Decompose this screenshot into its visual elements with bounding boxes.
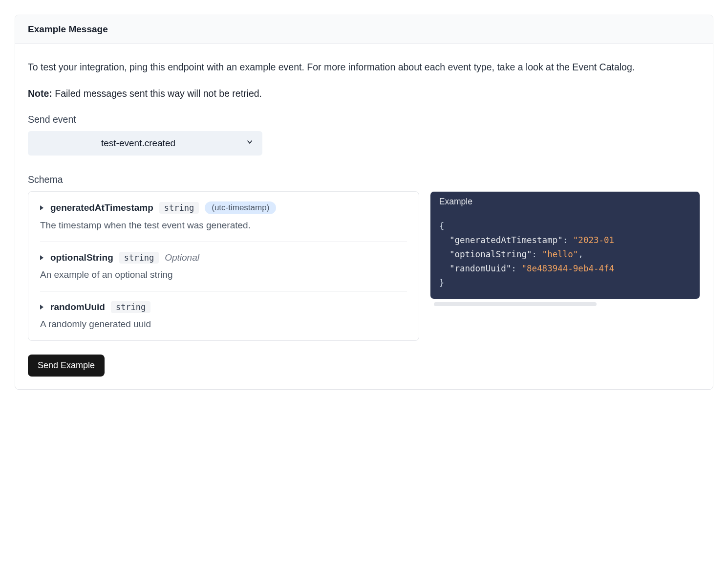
card-body: To test your integration, ping this endp… (15, 44, 713, 389)
type-badge: string (159, 202, 199, 214)
schema-label: Schema (28, 174, 700, 185)
card-header: Example Message (15, 15, 713, 44)
optional-tag: Optional (165, 252, 199, 263)
example-message-card: Example Message To test your integration… (15, 15, 713, 390)
field-name: randomUuid (50, 302, 105, 312)
horizontal-scrollbar[interactable] (434, 302, 696, 306)
field-description: A randomly generated uuid (40, 319, 407, 330)
field-description: An example of an optional string (40, 269, 407, 280)
schema-field: generatedAtTimestamp string (utc-timesta… (28, 192, 419, 242)
json-value: "2023-01 (573, 235, 614, 245)
code-header: Example (430, 192, 700, 212)
event-select-wrap: test-event.created (28, 131, 262, 156)
event-type-select[interactable]: test-event.created (28, 131, 262, 156)
schema-field-header[interactable]: optionalString string Optional (40, 252, 407, 264)
action-row: Send Example (28, 355, 700, 377)
schema-field: optionalString string Optional An exampl… (40, 242, 407, 291)
code-card: Example { "generatedAtTimestamp": "2023-… (430, 191, 700, 299)
field-description: The timestamp when the test event was ge… (40, 220, 407, 231)
schema-field-header[interactable]: randomUuid string (40, 301, 407, 313)
schema-columns: generatedAtTimestamp string (utc-timesta… (28, 191, 700, 341)
note-text: Failed messages sent this way will not b… (55, 88, 262, 99)
example-panel: Example { "generatedAtTimestamp": "2023-… (430, 191, 700, 306)
type-badge: string (111, 301, 150, 313)
type-badge: string (119, 252, 159, 264)
format-badge: (utc-timestamp) (205, 201, 276, 214)
caret-right-icon (40, 205, 43, 210)
note-label: Note: (28, 88, 52, 99)
schema-section: Schema generatedAtTimestamp string (utc-… (28, 174, 700, 341)
schema-fields-panel: generatedAtTimestamp string (utc-timesta… (28, 191, 419, 341)
caret-right-icon (40, 255, 43, 260)
card-title: Example Message (28, 24, 108, 34)
schema-field: randomUuid string A randomly generated u… (40, 291, 407, 340)
json-value: "hello" (542, 249, 578, 259)
send-event-label: Send event (28, 114, 700, 125)
schema-field-header[interactable]: generatedAtTimestamp string (utc-timesta… (40, 201, 407, 214)
scrollbar-thumb[interactable] (434, 302, 597, 306)
field-name: generatedAtTimestamp (50, 202, 153, 213)
note-line: Note: Failed messages sent this way will… (28, 88, 700, 99)
description-text: To test your integration, ping this endp… (28, 60, 700, 74)
json-value: "8e483944-9eb4-4f4 (521, 264, 614, 273)
caret-right-icon (40, 305, 43, 310)
send-example-button[interactable]: Send Example (28, 355, 105, 377)
field-name: optionalString (50, 252, 113, 263)
code-body[interactable]: { "generatedAtTimestamp": "2023-01 "opti… (430, 212, 700, 298)
event-type-selected-value: test-event.created (101, 138, 175, 148)
